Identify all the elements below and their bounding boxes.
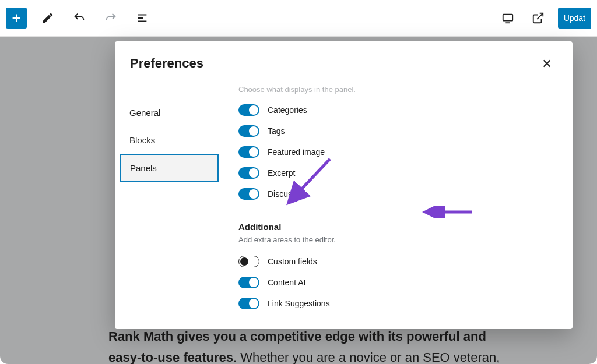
label-tags: Tags [268,126,285,136]
row-content-ai: Content AI [238,272,559,293]
label-content-ai: Content AI [268,278,305,287]
row-tags: Tags [238,121,559,142]
label-categories: Categories [268,105,307,115]
tab-general[interactable]: General [120,99,219,126]
document-outline-icon[interactable] [132,8,153,29]
row-discussion: Discussion [238,183,559,204]
redo-icon[interactable] [100,8,121,29]
row-custom-fields: Custom fields [238,251,559,272]
modal-title: Preferences [130,56,203,71]
update-button[interactable]: Updat [558,8,591,29]
toggle-categories[interactable] [238,104,259,116]
external-link-icon[interactable] [528,8,549,29]
row-link-suggestions: Link Suggestions [238,293,559,314]
toggle-excerpt[interactable] [238,167,259,179]
toolbar-left [6,8,153,29]
close-button[interactable] [536,53,557,74]
panel-hint: Choose what displays in the panel. [238,86,559,94]
label-excerpt: Excerpt [268,168,295,178]
toggle-featured-image[interactable] [238,146,259,158]
tab-blocks[interactable]: Blocks [120,126,219,154]
label-link-suggestions: Link Suggestions [268,299,330,308]
background-paragraph: Rank Math gives you a competitive edge w… [108,326,527,364]
section-additional-title: Additional [238,222,559,232]
modal-content: Choose what displays in the panel. Categ… [219,86,573,329]
label-custom-fields: Custom fields [268,257,317,266]
label-discussion: Discussion [268,189,307,199]
label-featured-image: Featured image [268,147,325,157]
bg-text-bold-1: Rank Math gives you a competitive edge w… [108,329,486,344]
add-block-button[interactable] [6,8,27,29]
tab-panels[interactable]: Panels [120,154,219,182]
editor-toolbar: Updat [0,0,597,37]
toggle-link-suggestions[interactable] [238,298,259,309]
row-excerpt: Excerpt [238,162,559,183]
toggle-custom-fields[interactable] [238,256,259,267]
bg-text-rest: . Whether you are a novice or an SEO vet… [233,350,500,364]
section-additional-sub: Add extra areas to the editor. [238,235,559,244]
svg-rect-0 [503,15,512,21]
edit-icon[interactable] [37,8,58,29]
modal-body: General Blocks Panels Choose what displa… [115,86,573,329]
toolbar-right: Updat [497,8,591,29]
row-featured-image: Featured image [238,142,559,162]
bg-text-bold-2: easy-to-use features [108,350,233,364]
toggle-tags[interactable] [238,125,259,137]
row-categories: Categories [238,100,559,121]
preferences-modal: Preferences General Blocks Panels Choose… [115,41,573,329]
toggle-content-ai[interactable] [238,277,259,288]
toggle-discussion[interactable] [238,188,259,200]
view-icon[interactable] [497,8,518,29]
undo-icon[interactable] [69,8,90,29]
modal-header: Preferences [115,41,573,86]
modal-tabs: General Blocks Panels [115,86,219,329]
